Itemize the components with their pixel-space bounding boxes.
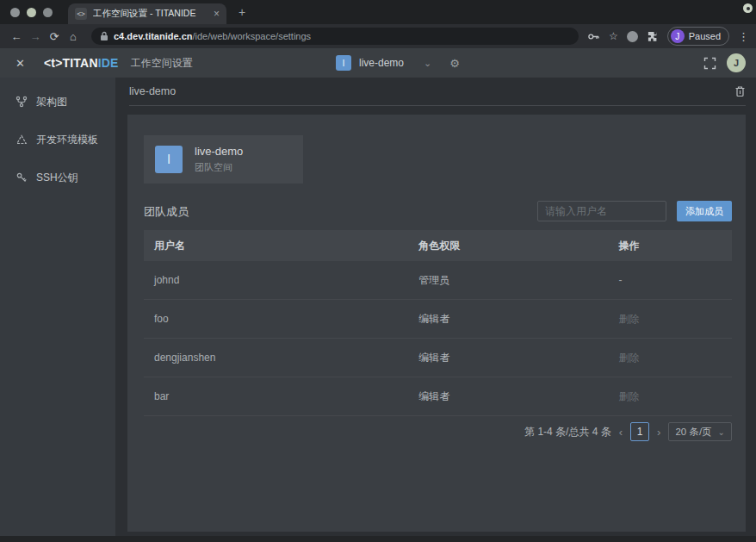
reload-icon[interactable]: ⟳ <box>45 30 64 43</box>
user-avatar[interactable]: J <box>727 53 746 72</box>
column-header-username: 用户名 <box>144 239 408 253</box>
tab-favicon-code-icon: <> <box>75 8 87 20</box>
sidebar-item-ssh-key[interactable]: SSH公钥 <box>0 159 115 196</box>
browser-profile-button[interactable]: J Paused <box>667 27 729 46</box>
sidebar-item-architecture[interactable]: 架构图 <box>0 83 115 121</box>
workspace-card-name: live-demo <box>195 145 243 158</box>
window-close-button[interactable] <box>10 8 20 17</box>
extension-badge-icon[interactable] <box>627 31 638 42</box>
delete-workspace-trash-icon[interactable] <box>734 85 746 97</box>
logo-bracket: <t> <box>44 56 63 70</box>
browser-menu-icon[interactable]: ⋮ <box>738 30 749 43</box>
key-icon <box>15 171 28 184</box>
tab-title: 工作空间设置 - TITANIDE <box>93 8 208 20</box>
delete-member-link[interactable]: 删除 <box>609 351 732 365</box>
delete-member-link[interactable]: 删除 <box>609 312 732 327</box>
chevron-down-icon[interactable]: ⌄ <box>424 58 431 69</box>
page-title: 工作空间设置 <box>131 56 193 71</box>
select-caret-icon: ⌄ <box>718 427 725 437</box>
current-page-button[interactable]: 1 <box>630 422 649 441</box>
bookmark-star-icon[interactable]: ☆ <box>609 30 618 42</box>
sidebar-item-dev-env-template[interactable]: 开发环境模板 <box>0 121 115 159</box>
cell-role: 管理员 <box>408 273 608 288</box>
page-size-select[interactable]: 20 条/页 ⌄ <box>668 422 732 441</box>
url-path: /ide/web/workspace/settings <box>193 31 312 41</box>
table-row: bar 编辑者 删除 <box>144 377 732 416</box>
fullscreen-icon[interactable] <box>703 57 716 70</box>
table-row: dengjianshen 编辑者 删除 <box>144 339 732 377</box>
cell-username: bar <box>144 390 408 402</box>
app-body: 架构图 开发环境模板 SSH公钥 live-demo <box>0 78 756 542</box>
header-right-actions: J <box>703 53 746 72</box>
cell-username: dengjianshen <box>144 352 408 364</box>
toolbar-right-actions: ☆ J Paused ⋮ <box>587 27 749 46</box>
workspace-settings-gear-icon[interactable]: ⚙ <box>449 57 460 70</box>
home-icon[interactable]: ⌂ <box>64 30 83 43</box>
pagination-summary: 第 1-4 条/总共 4 条 <box>524 425 611 439</box>
logo-main: TITAN <box>63 56 98 70</box>
table-row: foo 编辑者 删除 <box>144 300 732 339</box>
window-controls <box>10 8 53 17</box>
workspace-avatar: l <box>336 55 351 71</box>
bottom-strip <box>0 536 756 542</box>
workspace-card-type: 团队空间 <box>195 161 243 174</box>
password-key-icon[interactable] <box>587 30 600 43</box>
browser-toolbar: ← → ⟳ ⌂ c4.dev.titanide.cn/ide/web/works… <box>0 24 756 48</box>
sidebar-item-label: 架构图 <box>36 95 67 109</box>
app-header: ✕ <t>TITANIDE 工作空间设置 l live-demo ⌄ ⚙ J <box>0 48 756 78</box>
back-icon[interactable]: ← <box>7 30 26 43</box>
app-close-icon[interactable]: ✕ <box>15 57 25 70</box>
members-table: 用户名 角色权限 操作 johnd 管理员 - foo 编辑者 删除 dengj… <box>144 230 732 416</box>
content-header: live-demo <box>129 78 746 106</box>
workspace-card-text: live-demo 团队空间 <box>195 145 243 174</box>
extensions-puzzle-icon[interactable] <box>647 30 659 42</box>
sidebar-item-label: SSH公钥 <box>36 171 78 185</box>
page-size-value: 20 条/页 <box>675 426 711 439</box>
cell-username: johnd <box>144 274 408 286</box>
pagination: 第 1-4 条/总共 4 条 ‹ 1 › 20 条/页 ⌄ <box>524 422 732 441</box>
table-row: johnd 管理员 - <box>144 261 732 300</box>
cell-role: 编辑者 <box>408 351 608 365</box>
titanide-logo: <t>TITANIDE <box>44 56 119 70</box>
delete-member-link[interactable]: 删除 <box>609 389 732 404</box>
browser-tab-strip: <> 工作空间设置 - TITANIDE × + <box>0 0 756 24</box>
recording-indicator-icon <box>743 3 753 13</box>
new-tab-button[interactable]: + <box>239 5 245 19</box>
url-text: c4.dev.titanide.cn/ide/web/workspace/set… <box>114 31 311 41</box>
template-triangle-icon <box>15 134 28 146</box>
sidebar-item-label: 开发环境模板 <box>36 133 98 147</box>
breadcrumb: live-demo <box>129 85 176 97</box>
main-content: live-demo l live-demo 团队空间 团队成员 添加成员 <box>115 78 756 536</box>
tab-close-icon[interactable]: × <box>214 8 220 20</box>
workspace-name: live-demo <box>359 57 404 69</box>
table-header-row: 用户名 角色权限 操作 <box>144 230 732 261</box>
username-input[interactable] <box>537 201 666 221</box>
workspace-card-avatar: l <box>155 146 183 173</box>
logo-accent: IDE <box>98 56 119 70</box>
window-zoom-button[interactable] <box>43 8 53 17</box>
workspace-switcher[interactable]: l live-demo ⌄ ⚙ <box>336 55 460 71</box>
cell-action: - <box>609 274 732 286</box>
column-header-role: 角色权限 <box>408 239 608 253</box>
settings-card: l live-demo 团队空间 团队成员 添加成员 用户名 角色权限 操作 j… <box>127 115 746 532</box>
profile-status-text: Paused <box>689 31 721 41</box>
column-header-actions: 操作 <box>609 239 732 253</box>
team-members-title: 团队成员 <box>144 204 189 220</box>
window-minimize-button[interactable] <box>27 8 36 17</box>
profile-avatar: J <box>671 29 685 43</box>
branch-icon <box>15 96 28 108</box>
next-page-icon[interactable]: › <box>657 426 660 439</box>
prev-page-icon[interactable]: ‹ <box>619 426 623 439</box>
workspace-info-box: l live-demo 团队空间 <box>144 135 303 184</box>
sidebar: 架构图 开发环境模板 SSH公钥 <box>0 78 115 536</box>
forward-icon[interactable]: → <box>26 30 45 43</box>
cell-role: 编辑者 <box>408 312 608 327</box>
cell-username: foo <box>144 313 408 325</box>
add-member-button[interactable]: 添加成员 <box>677 201 732 221</box>
cell-role: 编辑者 <box>408 389 608 404</box>
url-host: c4.dev.titanide.cn <box>114 31 193 41</box>
browser-tab[interactable]: <> 工作空间设置 - TITANIDE × <box>68 3 226 24</box>
address-bar[interactable]: c4.dev.titanide.cn/ide/web/workspace/set… <box>91 28 579 45</box>
members-controls: 添加成员 <box>537 201 732 221</box>
lock-icon <box>100 31 108 41</box>
